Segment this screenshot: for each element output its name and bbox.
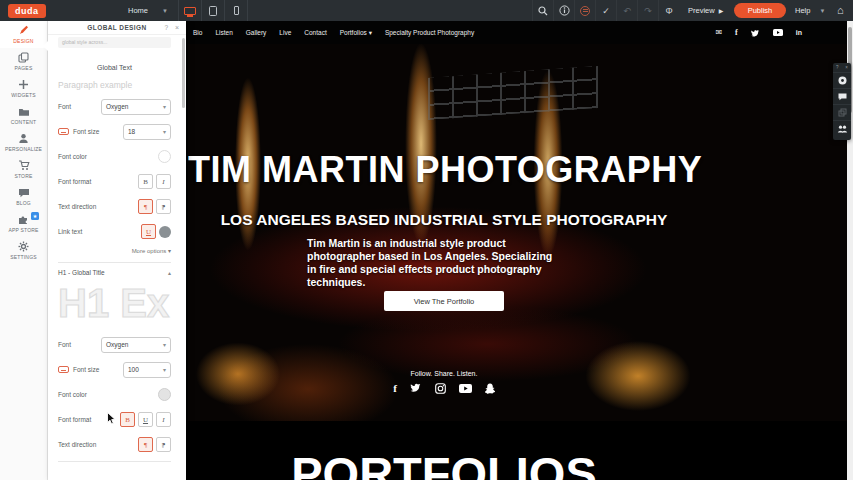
mobile-view-button[interactable] [225, 0, 247, 21]
toolbar-help-button[interactable]: ? [836, 65, 839, 70]
nav-link-gallery[interactable]: Gallery [246, 29, 267, 37]
undo-icon: ↶ [623, 6, 631, 16]
facebook-icon[interactable]: f [393, 382, 397, 394]
tablet-view-button[interactable] [202, 0, 224, 21]
nav-link-live[interactable]: Live [279, 29, 291, 37]
chevron-down-icon: ▾ [168, 248, 171, 254]
panel-help-button[interactable]: ? [164, 24, 168, 31]
twitter-icon[interactable] [751, 29, 760, 37]
font-size-icon [58, 128, 69, 135]
instagram-icon[interactable] [435, 383, 446, 394]
sidebar-item-widgets[interactable]: WIDGETS [0, 75, 47, 102]
mouse-cursor [107, 411, 116, 429]
hero-section[interactable]: TIM MARTIN PHOTOGRAPHY LOS ANGELES BASED… [188, 44, 847, 421]
panel-pointer [43, 41, 48, 51]
dev-mode-button[interactable]: Φ [658, 0, 679, 21]
search-button[interactable] [532, 0, 553, 21]
font-size-label: Font size [73, 128, 99, 135]
h1-font-select[interactable]: Oxygen ▾ [101, 337, 171, 353]
sidebar-item-label: WIDGETS [11, 92, 36, 98]
section-divider [58, 461, 171, 462]
help-menu[interactable]: Help ▼ [795, 0, 825, 21]
bold-button[interactable]: B [138, 174, 153, 189]
nav-link-portfolios[interactable]: Portfolios ▾ [340, 29, 372, 37]
sidebar-item-settings[interactable]: SETTINGS [0, 237, 47, 264]
more-options-link[interactable]: More options ▾ [58, 247, 171, 254]
nav-link-listen[interactable]: Listen [215, 29, 232, 37]
italic-button[interactable]: I [156, 174, 171, 189]
ltr-direction-button[interactable]: ¶ [138, 199, 153, 214]
font-color-swatch[interactable] [158, 150, 171, 163]
h1-italic-button[interactable]: I [156, 412, 171, 427]
pages-icon [18, 52, 29, 63]
site-canvas[interactable]: Bio Listen Gallery Live Contact Portfoli… [188, 21, 847, 480]
sidebar-item-store[interactable]: STORE [0, 156, 47, 183]
capture-button[interactable] [833, 72, 851, 88]
panel-header: GLOBAL DESIGN ? × [48, 21, 186, 35]
team-button[interactable] [833, 120, 851, 136]
h1-section-header[interactable]: H1 - Global Title ▴ [58, 269, 171, 276]
comments-button[interactable] [833, 88, 851, 104]
underline-link-button[interactable]: U [141, 224, 156, 239]
h1-underline-button[interactable]: U [138, 412, 153, 427]
mobile-icon [234, 6, 239, 15]
h1-font-size-select[interactable]: 100 ▾ [123, 362, 171, 378]
font-select[interactable]: Oxygen ▾ [101, 99, 171, 115]
h1-bold-button[interactable]: B [120, 412, 135, 427]
follow-text[interactable]: Follow. Share. Listen. [188, 370, 700, 377]
hero-body-text[interactable]: Tim Martin is an industrial style produc… [307, 237, 563, 290]
gear-icon [18, 241, 29, 252]
sidebar-item-blog[interactable]: BLOG [0, 183, 47, 210]
youtube-icon[interactable] [773, 29, 783, 36]
snapchat-icon[interactable] [485, 383, 495, 394]
facebook-icon[interactable]: f [735, 28, 738, 37]
nav-link-bio[interactable]: Bio [193, 29, 202, 37]
undo-button[interactable]: ↶ [616, 0, 637, 21]
sidebar-item-pages[interactable]: PAGES [0, 48, 47, 75]
desktop-view-button[interactable] [179, 0, 201, 21]
chevron-down-icon: ▾ [369, 29, 372, 36]
youtube-icon[interactable] [459, 384, 472, 393]
h1-rtl-direction-button[interactable]: ¶ [156, 437, 171, 452]
page-selector[interactable]: Home ▼ [128, 0, 168, 21]
site-status-button[interactable] [574, 0, 595, 21]
sidebar-item-app-store[interactable]: ★ APP STORE [0, 210, 47, 237]
nav-link-contact[interactable]: Contact [304, 29, 326, 37]
search-icon [538, 6, 548, 16]
email-icon[interactable]: ✉ [715, 28, 722, 37]
h1-ltr-direction-button[interactable]: ¶ [138, 437, 153, 452]
info-button[interactable] [553, 0, 574, 21]
font-size-select[interactable]: 18 ▾ [123, 124, 171, 140]
twitter-icon[interactable] [410, 383, 422, 393]
linkedin-icon[interactable]: in [796, 29, 802, 36]
h1-font-color-swatch[interactable] [158, 388, 171, 401]
duda-logo[interactable]: duda [8, 4, 46, 18]
font-color-label: Font color [58, 153, 87, 160]
hero-subtitle[interactable]: LOS ANGELES BASED INDUSTRIAL STYLE PHOTO… [188, 211, 700, 229]
publish-button[interactable]: Publish [734, 3, 786, 18]
link-color-swatch[interactable] [159, 226, 171, 238]
panel-close-button[interactable]: × [175, 24, 179, 31]
saved-indicator: ✓ [595, 0, 616, 21]
portfolios-title[interactable]: PORTFOLIOS [188, 446, 700, 480]
sidebar-item-design[interactable]: DESIGN [0, 21, 47, 48]
preview-button[interactable]: Preview ▶ [688, 0, 723, 21]
folder-icon [18, 107, 30, 117]
info-icon [559, 5, 570, 16]
view-portfolio-button[interactable]: View The Portfolio [384, 291, 504, 311]
nav-link-specialty[interactable]: Specialty Product Photography [385, 29, 474, 37]
portfolios-section[interactable]: PORTFOLIOS [188, 421, 847, 480]
redo-button[interactable]: ↷ [637, 0, 658, 21]
hero-title[interactable]: TIM MARTIN PHOTOGRAPHY [188, 149, 700, 191]
dashboard-home-button[interactable]: ⌂ [837, 4, 844, 16]
rtl-direction-button[interactable]: ¶ [156, 199, 171, 214]
sidebar-item-label: PERSONALIZE [5, 146, 42, 152]
sidebar-item-personalize[interactable]: PERSONALIZE [0, 129, 47, 156]
toolbar-close-button[interactable]: × [845, 65, 848, 70]
panel-scrollbar[interactable] [182, 38, 185, 108]
global-text-heading: Global Text [58, 64, 171, 71]
sidebar-item-content[interactable]: CONTENT [0, 102, 47, 129]
font-value: Oxygen [106, 341, 157, 348]
layers-button[interactable] [833, 104, 851, 120]
editor-window: duda Home ▼ ✓ [0, 0, 853, 480]
